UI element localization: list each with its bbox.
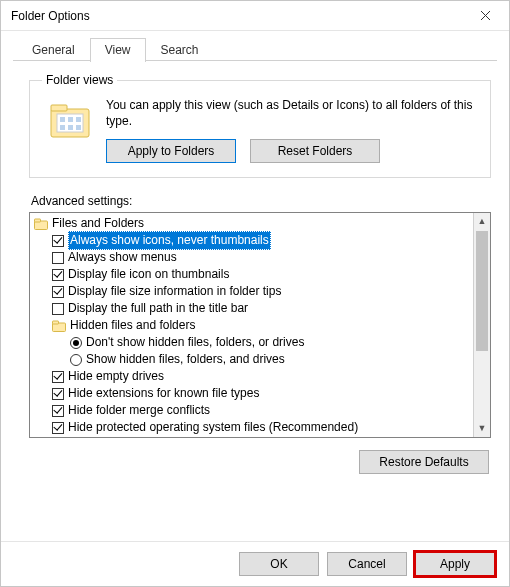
svg-rect-4 xyxy=(68,117,73,122)
chevron-down-icon: ▼ xyxy=(478,424,487,433)
checkbox[interactable] xyxy=(52,235,64,247)
tree-item-label: Hide protected operating system files (R… xyxy=(68,419,358,436)
advanced-settings-tree: Files and FoldersAlways show icons, neve… xyxy=(29,212,491,438)
scroll-down-button[interactable]: ▼ xyxy=(474,420,490,437)
tree-item-label: Always show menus xyxy=(68,249,177,266)
tree-item-label: Display the full path in the title bar xyxy=(68,300,248,317)
folder-views-group: Folder views You can apply this view (su… xyxy=(29,73,491,178)
tree-item-label: Hidden files and folders xyxy=(70,317,195,334)
tree-item[interactable]: Hide empty drives xyxy=(34,368,471,385)
radio[interactable] xyxy=(70,354,82,366)
tree-body[interactable]: Files and FoldersAlways show icons, neve… xyxy=(30,213,473,437)
tab-content-view: Folder views You can apply this view (su… xyxy=(1,61,509,541)
tree-item-label: Hide folder merge conflicts xyxy=(68,402,210,419)
tree-item[interactable]: Always show icons, never thumbnails xyxy=(34,232,471,249)
tree-item-label: Hide extensions for known file types xyxy=(68,385,259,402)
chevron-up-icon: ▲ xyxy=(478,217,487,226)
tree-item[interactable]: Don't show hidden files, folders, or dri… xyxy=(34,334,471,351)
svg-rect-1 xyxy=(51,105,67,111)
tree-item-label: Display file size information in folder … xyxy=(68,283,281,300)
window-title: Folder Options xyxy=(11,9,90,23)
tab-general[interactable]: General xyxy=(17,38,90,62)
tree-item-label: Don't show hidden files, folders, or dri… xyxy=(86,334,304,351)
svg-rect-6 xyxy=(60,125,65,130)
scroll-up-button[interactable]: ▲ xyxy=(474,213,490,230)
folder-views-legend: Folder views xyxy=(42,73,117,87)
svg-rect-3 xyxy=(60,117,65,122)
tree-item[interactable]: Hidden files and folders xyxy=(34,317,471,334)
tree-item-label: Display file icon on thumbnails xyxy=(68,266,229,283)
apply-to-folders-button[interactable]: Apply to Folders xyxy=(106,139,236,163)
scrollbar-thumb[interactable] xyxy=(476,231,488,351)
checkbox[interactable] xyxy=(52,371,64,383)
radio[interactable] xyxy=(70,337,82,349)
checkbox[interactable] xyxy=(52,286,64,298)
svg-rect-7 xyxy=(68,125,73,130)
tree-group-files-and-folders[interactable]: Files and Folders xyxy=(34,215,471,232)
close-icon xyxy=(480,10,491,21)
scrollbar-vertical[interactable]: ▲ ▼ xyxy=(473,213,490,437)
apply-button[interactable]: Apply xyxy=(415,552,495,576)
advanced-settings-label: Advanced settings: xyxy=(31,194,491,208)
tree-item-label: Show hidden files, folders, and drives xyxy=(86,351,285,368)
tree-item[interactable]: Show hidden files, folders, and drives xyxy=(34,351,471,368)
tab-strip: General View Search xyxy=(1,31,509,61)
restore-defaults-button[interactable]: Restore Defaults xyxy=(359,450,489,474)
tree-item-label: Hide empty drives xyxy=(68,368,164,385)
checkbox[interactable] xyxy=(52,269,64,281)
checkbox[interactable] xyxy=(52,405,64,417)
svg-rect-12 xyxy=(53,321,59,324)
titlebar: Folder Options xyxy=(1,1,509,31)
tree-item[interactable]: Display file icon on thumbnails xyxy=(34,266,471,283)
folder-options-dialog: Folder Options General View Search Folde… xyxy=(0,0,510,587)
checkbox[interactable] xyxy=(52,252,64,264)
tree-item[interactable]: Hide protected operating system files (R… xyxy=(34,419,471,436)
tree-item-label: Always show icons, never thumbnails xyxy=(68,231,271,250)
reset-folders-button[interactable]: Reset Folders xyxy=(250,139,380,163)
tab-view[interactable]: View xyxy=(90,38,146,62)
svg-rect-10 xyxy=(35,219,41,222)
tree-group-label: Files and Folders xyxy=(52,215,144,232)
tree-item[interactable]: Always show menus xyxy=(34,249,471,266)
checkbox[interactable] xyxy=(52,388,64,400)
folder-views-text: You can apply this view (such as Details… xyxy=(106,97,478,129)
checkbox[interactable] xyxy=(52,303,64,315)
tree-item[interactable]: Display file size information in folder … xyxy=(34,283,471,300)
svg-rect-5 xyxy=(76,117,81,122)
tab-underline xyxy=(13,60,497,61)
tree-item[interactable]: Hide extensions for known file types xyxy=(34,385,471,402)
ok-button[interactable]: OK xyxy=(239,552,319,576)
tree-item[interactable]: Display the full path in the title bar xyxy=(34,300,471,317)
cancel-button[interactable]: Cancel xyxy=(327,552,407,576)
svg-rect-8 xyxy=(76,125,81,130)
close-button[interactable] xyxy=(465,2,505,30)
dialog-footer: OK Cancel Apply xyxy=(1,541,509,586)
checkbox[interactable] xyxy=(52,422,64,434)
tree-item[interactable]: Hide folder merge conflicts xyxy=(34,402,471,419)
folder-icon xyxy=(48,99,92,143)
tab-search[interactable]: Search xyxy=(146,38,214,62)
